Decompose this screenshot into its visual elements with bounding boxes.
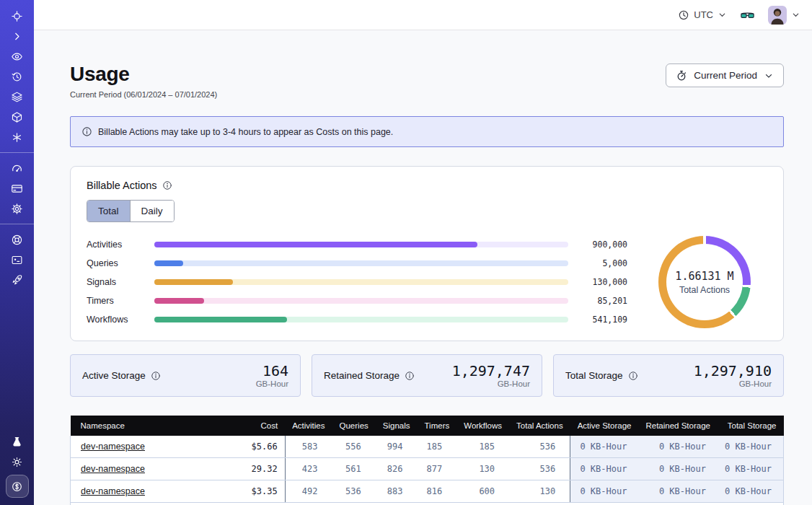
info-icon[interactable] [405, 371, 415, 381]
sidebar-item-schedules[interactable] [6, 68, 28, 85]
bar-track [154, 242, 568, 247]
sidebar-item-getting-started[interactable] [6, 271, 28, 289]
sidebar-item-nexus[interactable] [6, 128, 28, 146]
column-header: Timers [418, 416, 457, 436]
timezone-selector[interactable]: UTC [678, 9, 727, 21]
sidebar-item-labs[interactable] [6, 433, 28, 450]
sidebar-item-support[interactable] [6, 231, 28, 248]
total-storage-cell: 0 KB-Hour [718, 458, 784, 480]
tab-daily[interactable]: Daily [130, 201, 174, 221]
column-header: Retained Storage [638, 416, 718, 436]
bar-fill [154, 298, 204, 304]
sidebar-item-billing[interactable] [6, 180, 28, 197]
total-storage-card: Total Storage 1,297,910 GB-Hour [553, 354, 784, 397]
sidebar-collapse-button[interactable] [6, 27, 28, 45]
timers-cell: 185 [418, 436, 457, 458]
temporal-logo-icon [11, 10, 23, 22]
storage-card-unit: GB-Hour [694, 379, 772, 388]
donut-ring: 1.66131 M Total Actions [658, 236, 751, 328]
info-icon[interactable] [628, 371, 638, 381]
sidebar-item-usage[interactable] [6, 159, 28, 177]
sidebar [0, 0, 34, 505]
flask-icon [11, 436, 23, 448]
total-actions-cell: 536 [509, 458, 570, 480]
column-header: Signals [376, 416, 418, 436]
stopwatch-icon [676, 70, 687, 82]
period-selector-button[interactable]: Current Period [666, 63, 784, 87]
topbar: UTC [34, 0, 812, 30]
timers-cell: 816 [418, 480, 457, 503]
storage-card-label: Active Storage [82, 370, 146, 381]
bar-row-timers: Timers85,201 [87, 291, 627, 310]
sidebar-item-workflows[interactable] [6, 108, 28, 126]
queries-cell: 536 [332, 480, 376, 503]
active-storage-card: Active Storage 164 GB-Hour [70, 354, 301, 397]
activities-cell: 492 [285, 480, 332, 503]
theme-toggle-button[interactable] [6, 453, 28, 470]
namespace-link[interactable]: dev-namespace [81, 486, 145, 496]
donut-total-label: Total Actions [679, 285, 730, 295]
info-icon[interactable] [162, 180, 172, 190]
tab-total[interactable]: Total [87, 201, 130, 221]
chevron-down-icon [791, 10, 800, 19]
billable-bar-chart: Activities900,000Queries5,000Signals130,… [87, 235, 627, 329]
billable-actions-card: Billable Actions TotalDaily Activities90… [70, 166, 784, 341]
queries-cell: 556 [332, 436, 376, 458]
user-menu[interactable] [768, 6, 800, 25]
column-header: Cost [242, 416, 285, 436]
namespace-link[interactable]: dev-namespace [81, 442, 145, 452]
sidebar-divider [0, 224, 34, 224]
table-row: dev-namespace$5.665835569941851855360 KB… [71, 436, 784, 458]
namespace-link[interactable]: dev-namespace [81, 464, 145, 474]
eye-icon [11, 50, 23, 63]
temporal-logo-button[interactable] [6, 7, 28, 25]
total-actions-cell: 536 [509, 436, 570, 458]
banner-text: Billable Actions may take up to 3-4 hour… [98, 127, 393, 137]
sidebar-item-cli[interactable] [6, 251, 28, 268]
namespace-cell: dev-namespace [71, 436, 242, 458]
storage-card-unit: GB-Hour [452, 379, 530, 388]
storage-card-label: Total Storage [565, 370, 623, 381]
terminal-icon [11, 254, 23, 266]
storage-summary-row: Active Storage 164 GB-Hour Retained Stor… [70, 354, 784, 397]
storage-card-value: 164 [256, 363, 288, 379]
sidebar-item-deployments[interactable] [6, 88, 28, 105]
sidebar-item-settings[interactable] [6, 200, 28, 217]
column-header: Total Storage [718, 416, 784, 436]
bar-track [154, 298, 568, 304]
bar-label: Queries [87, 258, 147, 268]
rocket-icon [11, 274, 23, 286]
bar-label: Timers [87, 296, 147, 306]
timezone-label: UTC [694, 9, 713, 20]
info-icon [81, 126, 92, 137]
bar-value: 85,201 [575, 296, 627, 306]
retained-storage-card: Retained Storage 1,297,747 GB-Hour [312, 354, 542, 397]
sidebar-item-pricing-active[interactable] [6, 475, 29, 498]
info-icon[interactable] [151, 371, 161, 381]
feedback-glasses-button[interactable] [740, 9, 755, 21]
glasses-icon [740, 9, 755, 21]
dollar-coin-icon [11, 480, 23, 493]
chevron-down-icon [718, 10, 727, 19]
table-row: dev-namespace$3.354925368838166001300 KB… [71, 480, 784, 503]
activities-cell: 423 [285, 458, 332, 480]
namespace-usage-table: NamespaceCostActivitiesQueriesSignalsTim… [70, 416, 784, 505]
signals-cell: 883 [376, 480, 418, 503]
gauge-icon [11, 162, 23, 175]
activities-cell: 583 [285, 436, 332, 458]
sidebar-bottom-group [6, 431, 29, 498]
signals-cell: 994 [376, 436, 418, 458]
retained-storage-cell: 0 KB-Hour [638, 458, 718, 480]
sidebar-item-namespaces[interactable] [6, 48, 28, 65]
timers-cell: 877 [418, 458, 457, 480]
bar-track [154, 317, 568, 322]
table-row: dev-namespace29.324235618268771305360 KB… [71, 458, 784, 480]
gear-icon [11, 203, 23, 215]
clock-icon [678, 9, 689, 21]
storage-card-value: 1,297,910 [694, 363, 772, 379]
active-storage-cell: 0 KB-Hour [570, 480, 639, 503]
page-content: Usage Current Period (06/01/2024 – 07/01… [34, 30, 812, 505]
column-header: Workflows [456, 416, 509, 436]
billable-view-tabs: TotalDaily [87, 200, 175, 222]
table-header-row: NamespaceCostActivitiesQueriesSignalsTim… [71, 416, 784, 436]
